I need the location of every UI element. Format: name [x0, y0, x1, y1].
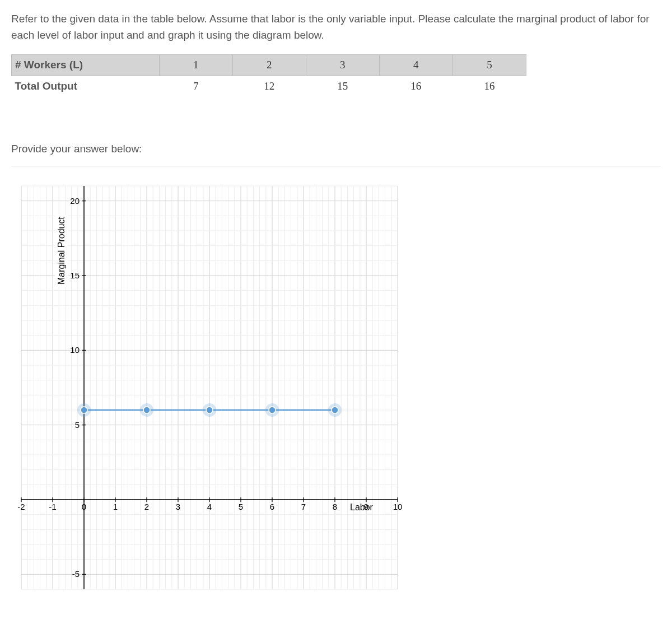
- table-header-row: # Workers (L) 1 2 3 4 5: [12, 55, 526, 76]
- worker-col-2: 2: [232, 55, 306, 76]
- tick-labels: -2-1012345678910-55101520: [17, 195, 402, 579]
- svg-text:10: 10: [70, 345, 80, 355]
- y-axis-label: Marginal Product: [55, 215, 68, 287]
- svg-text:8: 8: [333, 502, 337, 511]
- series[interactable]: [77, 403, 342, 417]
- chart-svg[interactable]: -2-1012345678910-55101520: [11, 180, 403, 595]
- data-point[interactable]: [81, 407, 87, 413]
- x-axis-label: Labor: [350, 501, 373, 514]
- divider: [11, 166, 661, 166]
- output-col-4: 16: [379, 76, 452, 96]
- svg-text:2: 2: [144, 502, 149, 511]
- table-output-row: Total Output 7 12 15 16 16: [12, 76, 526, 96]
- worker-col-4: 4: [379, 55, 452, 76]
- question-text: Refer to the given data in the table bel…: [11, 11, 661, 43]
- svg-text:20: 20: [70, 195, 80, 205]
- svg-text:4: 4: [207, 502, 212, 511]
- svg-text:1: 1: [113, 502, 118, 511]
- worker-col-5: 5: [452, 55, 526, 76]
- grid: [21, 186, 398, 589]
- chart-area[interactable]: Marginal Product Labor -2-1012345678910-…: [11, 180, 403, 595]
- data-point[interactable]: [269, 407, 276, 413]
- svg-text:15: 15: [70, 271, 80, 280]
- output-col-3: 15: [306, 76, 379, 96]
- data-point[interactable]: [206, 407, 213, 413]
- output-col-1: 7: [159, 76, 232, 96]
- svg-text:0: 0: [82, 502, 86, 511]
- worker-col-1: 1: [159, 55, 232, 76]
- data-table: # Workers (L) 1 2 3 4 5 Total Output 7 1…: [11, 54, 526, 96]
- svg-text:10: 10: [393, 502, 403, 511]
- svg-text:-2: -2: [17, 502, 25, 511]
- data-point[interactable]: [332, 407, 338, 413]
- svg-text:3: 3: [176, 502, 180, 511]
- data-point[interactable]: [143, 407, 150, 413]
- svg-text:-1: -1: [49, 502, 56, 511]
- output-col-5: 16: [452, 76, 526, 96]
- output-label: Total Output: [12, 76, 160, 96]
- svg-text:5: 5: [75, 420, 80, 429]
- svg-text:7: 7: [301, 502, 306, 511]
- svg-text:6: 6: [270, 502, 274, 511]
- svg-text:5: 5: [239, 502, 243, 511]
- worker-col-3: 3: [306, 55, 379, 76]
- output-col-2: 12: [232, 76, 306, 96]
- answer-prompt: Provide your answer below:: [11, 141, 661, 157]
- workers-label: # Workers (L): [12, 55, 160, 76]
- svg-text:-5: -5: [72, 569, 80, 579]
